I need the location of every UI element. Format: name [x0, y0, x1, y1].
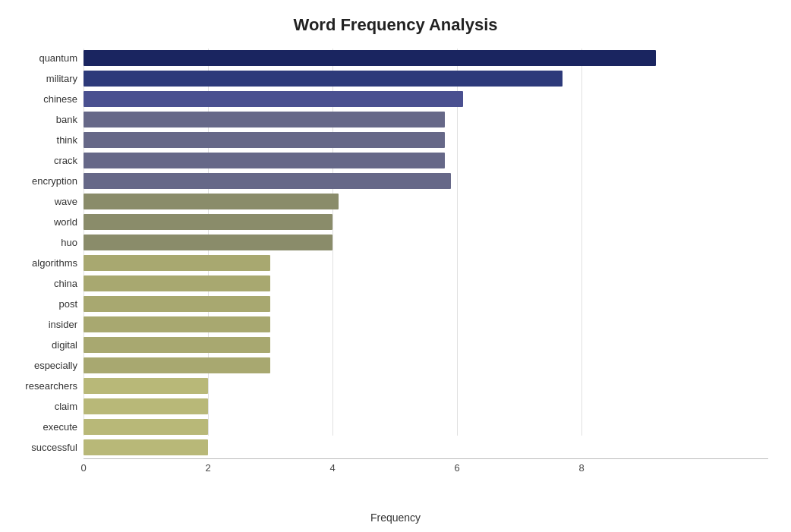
- bar-label: china: [8, 278, 84, 289]
- bar: [84, 50, 656, 66]
- bar-row: huo: [84, 233, 768, 252]
- bar-row: world: [84, 212, 768, 231]
- bar: [84, 378, 208, 394]
- bar: [84, 439, 208, 455]
- bar-label: world: [8, 216, 84, 228]
- bar-label: encryption: [8, 175, 84, 187]
- bar-label: especially: [8, 360, 84, 371]
- bar: [84, 357, 270, 373]
- bar-row: successful: [84, 438, 768, 457]
- bar-row: crack: [84, 151, 768, 170]
- x-tick-label: 2: [205, 462, 210, 474]
- bar-label: chinese: [8, 93, 84, 105]
- chart-title: Word Frequency Analysis: [23, 15, 768, 35]
- bar-label: wave: [8, 196, 84, 207]
- bar-label: digital: [8, 339, 84, 351]
- bar-label: crack: [8, 155, 84, 166]
- bar: [84, 419, 208, 435]
- x-tick-label: 8: [578, 462, 584, 474]
- bar-label: execute: [8, 421, 84, 433]
- x-axis-label: Frequency: [23, 512, 768, 524]
- bar-row: think: [84, 131, 768, 150]
- bar-label: algorithms: [8, 257, 84, 269]
- x-tick-label: 6: [454, 462, 459, 474]
- bar: [84, 235, 332, 250]
- bar: [84, 275, 270, 291]
- bar-row: digital: [84, 335, 768, 354]
- bar-row: chinese: [84, 90, 768, 109]
- bar-row: encryption: [84, 172, 768, 190]
- bar-label: military: [8, 73, 84, 84]
- bar-row: bank: [84, 110, 768, 129]
- x-axis-area: 02468: [84, 458, 768, 481]
- bar: [84, 255, 270, 271]
- bar-row: post: [84, 294, 768, 313]
- bar-row: insider: [84, 315, 768, 334]
- bar-row: researchers: [84, 376, 768, 395]
- bar-label: successful: [8, 442, 84, 453]
- chart-container: Word Frequency Analysis quantummilitaryc…: [0, 0, 791, 532]
- bar-label: bank: [8, 114, 84, 125]
- bar-label: researchers: [8, 380, 84, 392]
- bar-label: quantum: [8, 52, 84, 64]
- bar: [84, 194, 339, 209]
- bar-label: insider: [8, 319, 84, 330]
- bar-row: military: [84, 69, 768, 88]
- bar-row: quantum: [84, 49, 768, 68]
- x-tick-label: 0: [80, 462, 86, 474]
- bar-label: think: [8, 134, 84, 146]
- bar: [84, 153, 445, 168]
- bars-container: quantummilitarychinesebankthinkcrackencr…: [84, 49, 768, 458]
- bar: [84, 173, 451, 189]
- bar-row: execute: [84, 417, 768, 436]
- bar: [84, 296, 270, 312]
- bar-row: algorithms: [84, 253, 768, 272]
- bar-row: wave: [84, 192, 768, 211]
- bar-label: huo: [8, 237, 84, 248]
- bar: [84, 398, 208, 414]
- bar: [84, 132, 445, 148]
- bar: [84, 316, 270, 332]
- chart-inner: quantummilitarychinesebankthinkcrackencr…: [84, 49, 768, 481]
- bar-row: china: [84, 274, 768, 293]
- bar: [84, 337, 270, 353]
- bar: [84, 91, 463, 107]
- bar-label: claim: [8, 401, 84, 412]
- bar-label: post: [8, 298, 84, 310]
- bar: [84, 71, 563, 87]
- bar-row: claim: [84, 397, 768, 416]
- bar: [84, 214, 332, 230]
- bar-row: especially: [84, 356, 768, 375]
- x-tick-label: 4: [329, 462, 335, 474]
- bar: [84, 112, 445, 127]
